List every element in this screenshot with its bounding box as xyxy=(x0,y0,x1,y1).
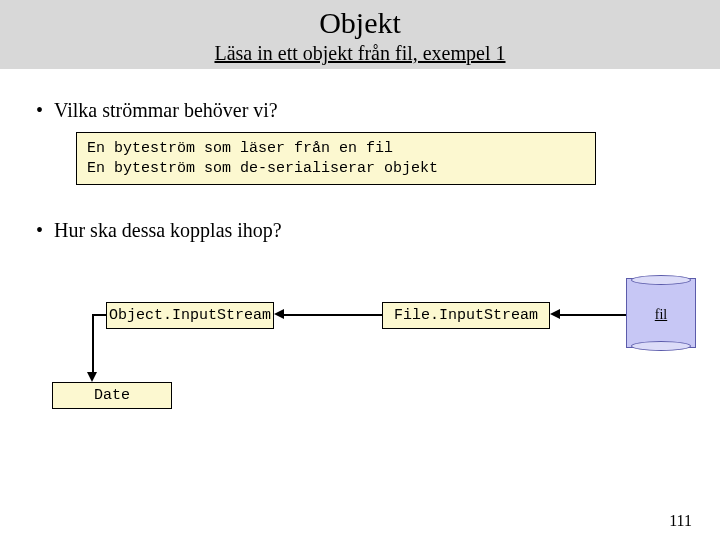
slide-subtitle: Läsa in ett objekt från fil, exempel 1 xyxy=(0,42,720,65)
slide-body: Vilka strömmar behöver vi? En byteström … xyxy=(0,69,720,422)
file-scroll-icon: fil xyxy=(626,278,696,348)
node-date: Date xyxy=(52,382,172,409)
arrow-file-to-fis xyxy=(560,314,626,316)
arrowhead-fis-to-ois xyxy=(274,309,284,319)
file-label: fil xyxy=(627,307,695,323)
page-number: 111 xyxy=(669,512,692,530)
arrowhead-ois-to-date xyxy=(87,372,97,382)
code-box: En byteström som läser från en fil En by… xyxy=(76,132,596,185)
stream-diagram: Object.InputStream File.InputStream Date… xyxy=(30,272,690,422)
node-object-input-stream: Object.InputStream xyxy=(106,302,274,329)
slide-title: Objekt xyxy=(0,6,720,40)
arrow-ois-to-date-h xyxy=(92,314,106,316)
bullet-2: Hur ska dessa kopplas ihop? xyxy=(30,219,690,242)
arrow-fis-to-ois xyxy=(284,314,382,316)
node-file-input-stream: File.InputStream xyxy=(382,302,550,329)
arrow-ois-to-date-v xyxy=(92,314,94,372)
slide-header: Objekt Läsa in ett objekt från fil, exem… xyxy=(0,0,720,69)
bullet-1: Vilka strömmar behöver vi? xyxy=(30,99,690,122)
arrowhead-file-to-fis xyxy=(550,309,560,319)
